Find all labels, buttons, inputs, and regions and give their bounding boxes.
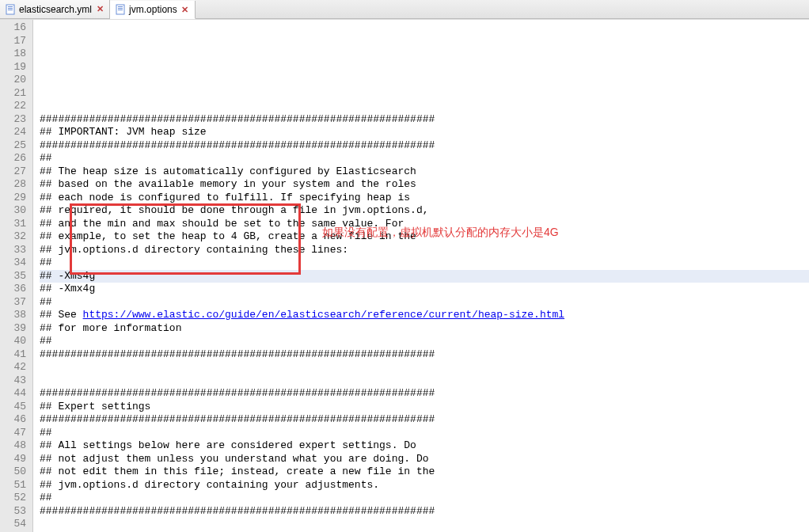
- line-number: 32: [0, 230, 32, 244]
- code-line: ## See https://www.elastic.co/guide/en/e…: [40, 309, 809, 322]
- line-number: 27: [0, 165, 32, 179]
- tab-label: jvm.options: [129, 4, 177, 15]
- line-number: 53: [0, 505, 32, 519]
- code-line: ##: [40, 152, 809, 165]
- tab-bar: elasticsearch.yml ✕ jvm.options ✕: [0, 0, 809, 19]
- close-icon[interactable]: ✕: [95, 5, 104, 14]
- svg-rect-5: [118, 6, 123, 7]
- line-number: 40: [0, 335, 32, 348]
- code-content[interactable]: 如果没有配置，虚拟机默认分配的内存大小是4G #################…: [33, 20, 809, 532]
- line-number: 45: [0, 401, 32, 414]
- code-line: ##: [40, 492, 809, 505]
- code-line: ## jvm.options.d directory containing yo…: [40, 479, 809, 492]
- code-line: ## and the min and max should be set to …: [40, 218, 809, 231]
- line-number: 52: [0, 492, 32, 505]
- line-number: 44: [0, 387, 32, 401]
- line-number: 16: [0, 21, 32, 35]
- line-number: 17: [0, 35, 32, 48]
- hyperlink[interactable]: https://www.elastic.co/guide/en/elastics…: [83, 309, 565, 321]
- line-number: 21: [0, 87, 32, 101]
- line-number: 36: [0, 283, 32, 296]
- code-line: ## not edit them in this file; instead, …: [40, 466, 809, 479]
- line-number: 37: [0, 296, 32, 310]
- line-number: 51: [0, 479, 32, 492]
- line-number: 46: [0, 413, 32, 427]
- tab-label: elasticsearch.yml: [19, 4, 92, 15]
- code-line: [40, 74, 809, 87]
- editor-area: 1617181920212223242526272829303132333435…: [0, 19, 809, 532]
- code-line: [40, 518, 809, 531]
- code-line: ## -Xmx4g: [40, 283, 809, 296]
- code-line: ## Expert settings: [40, 401, 809, 414]
- tab-jvm-options[interactable]: jvm.options ✕: [110, 1, 196, 19]
- code-line: ## not adjust them unless you understand…: [40, 453, 809, 466]
- line-number: 50: [0, 466, 32, 479]
- code-line: ##: [40, 335, 809, 348]
- code-line: ## IMPORTANT: JVM heap size: [40, 126, 809, 139]
- line-number: 29: [0, 192, 32, 205]
- line-number: 23: [0, 113, 32, 127]
- file-icon: [5, 4, 16, 15]
- svg-rect-3: [8, 10, 13, 10]
- code-line: ########################################…: [40, 348, 809, 362]
- code-line: ## -Xms4g: [40, 270, 809, 283]
- svg-rect-6: [118, 8, 123, 9]
- code-line: ##: [40, 296, 809, 310]
- code-line: ########################################…: [40, 505, 809, 519]
- code-line: ##: [40, 256, 809, 270]
- svg-rect-1: [8, 6, 13, 7]
- line-number: 43: [0, 374, 32, 388]
- code-line: ## jvm.options.d directory containing th…: [40, 244, 809, 257]
- svg-rect-7: [118, 10, 123, 10]
- line-number: 22: [0, 100, 32, 113]
- line-number: 41: [0, 348, 32, 362]
- line-number-gutter: 1617181920212223242526272829303132333435…: [0, 20, 33, 532]
- svg-rect-2: [8, 8, 13, 9]
- code-line: ## for more information: [40, 322, 809, 336]
- code-line: ########################################…: [40, 113, 809, 127]
- code-line: ## based on the available memory in your…: [40, 178, 809, 192]
- line-number: 30: [0, 204, 32, 218]
- code-line: ## The heap size is automatically config…: [40, 165, 809, 179]
- code-line: [40, 374, 809, 388]
- close-icon[interactable]: ✕: [180, 5, 190, 14]
- code-line: ########################################…: [40, 139, 809, 153]
- code-line: [40, 100, 809, 113]
- line-number: 28: [0, 178, 32, 192]
- code-line: ##: [40, 427, 809, 440]
- code-line: ## each node is configured to fulfill. I…: [40, 192, 809, 205]
- file-icon: [115, 4, 126, 15]
- code-line: ########################################…: [40, 387, 809, 401]
- line-number: 54: [0, 518, 32, 531]
- code-line: ## example, to set the heap to 4 GB, cre…: [40, 230, 809, 244]
- line-number: 34: [0, 256, 32, 270]
- line-number: 19: [0, 61, 32, 74]
- tab-elasticsearch-yml[interactable]: elasticsearch.yml ✕: [0, 0, 110, 18]
- line-number: 31: [0, 218, 32, 231]
- line-number: 18: [0, 48, 32, 61]
- line-number: 33: [0, 244, 32, 257]
- code-line: [40, 361, 809, 374]
- code-line: [40, 87, 809, 101]
- line-number: 26: [0, 152, 32, 165]
- code-line: ########################################…: [40, 413, 809, 427]
- line-number: 47: [0, 427, 32, 440]
- line-number: 42: [0, 361, 32, 374]
- line-number: 38: [0, 309, 32, 322]
- line-number: 48: [0, 439, 32, 453]
- line-number: 35: [0, 270, 32, 283]
- tab-bar-empty: [196, 0, 809, 18]
- line-number: 39: [0, 322, 32, 336]
- line-number: 25: [0, 139, 32, 153]
- line-number: 49: [0, 453, 32, 466]
- code-line: ## required, it should be done through a…: [40, 204, 809, 218]
- editor-window: elasticsearch.yml ✕ jvm.options ✕ 161718…: [0, 0, 809, 532]
- line-number: 24: [0, 126, 32, 139]
- line-number: 20: [0, 74, 32, 87]
- code-line: ## All settings below here are considere…: [40, 439, 809, 453]
